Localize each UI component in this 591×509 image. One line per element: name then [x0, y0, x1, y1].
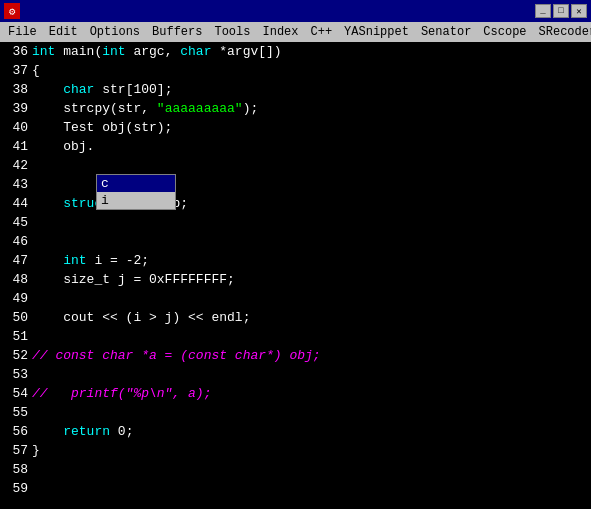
line-39: 39 strcpy(str, "aaaaaaaaa"); [0, 99, 591, 118]
autocomplete-item-c[interactable]: c [97, 175, 175, 192]
minimize-button[interactable]: _ [535, 4, 551, 18]
line-number: 49 [0, 289, 32, 308]
line-number: 45 [0, 213, 32, 232]
line-number: 46 [0, 232, 32, 251]
line-content: int main(int argc, char *argv[]) [32, 42, 591, 61]
line-55: 55 [0, 403, 591, 422]
line-content [32, 213, 591, 232]
line-content [32, 403, 591, 422]
line-number: 47 [0, 251, 32, 270]
line-50: 50 cout << (i > j) << endl; [0, 308, 591, 327]
line-number: 59 [0, 479, 32, 498]
line-content: cout << (i > j) << endl; [32, 308, 591, 327]
menu-item-senator[interactable]: Senator [415, 23, 477, 41]
line-content [32, 479, 591, 498]
line-content: // printf("%p\n", a); [32, 384, 591, 403]
line-content [32, 156, 591, 175]
line-number: 43 [0, 175, 32, 194]
line-content: strcpy(str, "aaaaaaaaa"); [32, 99, 591, 118]
menu-item-yasnippet[interactable]: YASnippet [338, 23, 415, 41]
line-number: 57 [0, 441, 32, 460]
menu-item-srecoder[interactable]: SRecoder [533, 23, 591, 41]
line-36: 36int main(int argc, char *argv[]) [0, 42, 591, 61]
menu-item-c[interactable]: C++ [305, 23, 339, 41]
line-38: 38 char str[100]; [0, 80, 591, 99]
line-number: 55 [0, 403, 32, 422]
line-content [32, 289, 591, 308]
line-number: 54 [0, 384, 32, 403]
line-content: size_t j = 0xFFFFFFFF; [32, 270, 591, 289]
line-37: 37{ [0, 61, 591, 80]
line-number: 52 [0, 346, 32, 365]
line-43: 43 [0, 175, 591, 194]
line-number: 44 [0, 194, 32, 213]
menu-item-cscope[interactable]: Cscope [477, 23, 532, 41]
line-44: 44 struct Moose *p; [0, 194, 591, 213]
line-content: obj. [32, 137, 591, 156]
line-56: 56 return 0; [0, 422, 591, 441]
line-content: char str[100]; [32, 80, 591, 99]
line-content: { [32, 61, 591, 80]
line-number: 51 [0, 327, 32, 346]
line-number: 40 [0, 118, 32, 137]
app-icon: ⚙ [4, 3, 20, 19]
line-49: 49 [0, 289, 591, 308]
maximize-button[interactable]: □ [553, 4, 569, 18]
line-content [32, 232, 591, 251]
menu-item-options[interactable]: Options [84, 23, 146, 41]
line-content [32, 460, 591, 479]
line-51: 51 [0, 327, 591, 346]
line-number: 58 [0, 460, 32, 479]
line-number: 48 [0, 270, 32, 289]
line-content: return 0; [32, 422, 591, 441]
line-54: 54// printf("%p\n", a); [0, 384, 591, 403]
menu-bar: FileEditOptionsBuffersToolsIndexC++YASni… [0, 22, 591, 42]
line-content: // const char *a = (const char*) obj; [32, 346, 591, 365]
menu-item-index[interactable]: Index [256, 23, 304, 41]
line-number: 39 [0, 99, 32, 118]
line-46: 46 [0, 232, 591, 251]
close-button[interactable]: ✕ [571, 4, 587, 18]
line-57: 57} [0, 441, 591, 460]
line-58: 58 [0, 460, 591, 479]
line-53: 53 [0, 365, 591, 384]
line-number: 50 [0, 308, 32, 327]
line-number: 36 [0, 42, 32, 61]
line-number: 37 [0, 61, 32, 80]
line-number: 56 [0, 422, 32, 441]
line-content: int i = -2; [32, 251, 591, 270]
line-number: 42 [0, 156, 32, 175]
line-number: 41 [0, 137, 32, 156]
line-content: Test obj(str); [32, 118, 591, 137]
line-41: 41 obj. [0, 137, 591, 156]
line-content [32, 327, 591, 346]
line-48: 48 size_t j = 0xFFFFFFFF; [0, 270, 591, 289]
line-52: 52// const char *a = (const char*) obj; [0, 346, 591, 365]
menu-item-edit[interactable]: Edit [43, 23, 84, 41]
window-controls[interactable]: _ □ ✕ [535, 4, 587, 18]
autocomplete-dropdown[interactable]: ci [96, 174, 176, 210]
menu-item-tools[interactable]: Tools [208, 23, 256, 41]
line-59: 59 [0, 479, 591, 498]
line-47: 47 int i = -2; [0, 251, 591, 270]
line-number: 38 [0, 80, 32, 99]
line-content [32, 365, 591, 384]
menu-item-file[interactable]: File [2, 23, 43, 41]
line-42: 42 [0, 156, 591, 175]
editor: ci 36int main(int argc, char *argv[])37{… [0, 42, 591, 509]
line-number: 53 [0, 365, 32, 384]
line-45: 45 [0, 213, 591, 232]
autocomplete-item-i[interactable]: i [97, 192, 175, 209]
title-bar: ⚙ _ □ ✕ [0, 0, 591, 22]
line-content: } [32, 441, 591, 460]
menu-item-buffers[interactable]: Buffers [146, 23, 208, 41]
line-40: 40 Test obj(str); [0, 118, 591, 137]
